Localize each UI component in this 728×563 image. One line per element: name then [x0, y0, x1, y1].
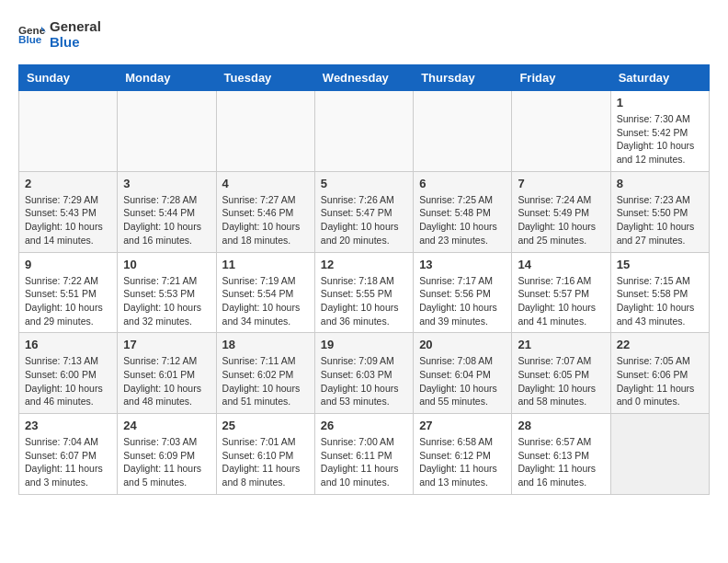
day-number: 24 — [123, 419, 210, 432]
day-number: 6 — [419, 177, 506, 190]
calendar-cell — [512, 91, 610, 172]
calendar-cell — [216, 91, 314, 172]
day-info: Sunrise: 6:57 AM Sunset: 6:13 PM Dayligh… — [518, 435, 604, 489]
day-number: 26 — [321, 419, 407, 432]
day-number: 4 — [222, 177, 309, 190]
day-info: Sunrise: 7:09 AM Sunset: 6:03 PM Dayligh… — [321, 354, 407, 408]
day-number: 28 — [518, 419, 604, 432]
day-number: 18 — [222, 338, 309, 351]
calendar-cell: 15Sunrise: 7:15 AM Sunset: 5:58 PM Dayli… — [610, 252, 709, 333]
day-number: 19 — [321, 338, 407, 351]
day-info: Sunrise: 7:21 AM Sunset: 5:53 PM Dayligh… — [123, 274, 210, 328]
calendar-cell: 13Sunrise: 7:17 AM Sunset: 5:56 PM Dayli… — [414, 252, 512, 333]
calendar-cell — [19, 91, 118, 172]
day-number: 23 — [25, 419, 111, 432]
day-info: Sunrise: 7:08 AM Sunset: 6:04 PM Dayligh… — [419, 354, 506, 408]
calendar-table: SundayMondayTuesdayWednesdayThursdayFrid… — [18, 64, 710, 495]
calendar-cell: 28Sunrise: 6:57 AM Sunset: 6:13 PM Dayli… — [512, 414, 610, 495]
day-number: 7 — [518, 177, 604, 190]
day-info: Sunrise: 7:19 AM Sunset: 5:54 PM Dayligh… — [222, 274, 309, 328]
day-info: Sunrise: 7:07 AM Sunset: 6:05 PM Dayligh… — [518, 354, 604, 408]
weekday-header-wednesday: Wednesday — [314, 65, 413, 91]
calendar-cell — [610, 414, 709, 495]
day-info: Sunrise: 7:25 AM Sunset: 5:48 PM Dayligh… — [419, 193, 506, 247]
calendar-cell: 27Sunrise: 6:58 AM Sunset: 6:12 PM Dayli… — [414, 414, 512, 495]
day-info: Sunrise: 7:11 AM Sunset: 6:02 PM Dayligh… — [222, 354, 309, 408]
day-info: Sunrise: 7:03 AM Sunset: 6:09 PM Dayligh… — [123, 435, 210, 489]
calendar-cell: 24Sunrise: 7:03 AM Sunset: 6:09 PM Dayli… — [118, 414, 216, 495]
day-info: Sunrise: 7:30 AM Sunset: 5:42 PM Dayligh… — [617, 112, 703, 167]
calendar-cell: 1Sunrise: 7:30 AM Sunset: 5:42 PM Daylig… — [610, 91, 709, 172]
day-number: 3 — [123, 177, 210, 190]
day-number: 2 — [25, 177, 111, 190]
calendar-cell: 25Sunrise: 7:01 AM Sunset: 6:10 PM Dayli… — [216, 414, 314, 495]
day-number: 17 — [123, 338, 210, 351]
day-number: 13 — [419, 258, 506, 271]
day-info: Sunrise: 7:01 AM Sunset: 6:10 PM Dayligh… — [222, 435, 309, 489]
day-number: 14 — [518, 258, 604, 271]
calendar-cell — [118, 91, 216, 172]
day-info: Sunrise: 7:00 AM Sunset: 6:11 PM Dayligh… — [321, 435, 407, 489]
day-info: Sunrise: 7:27 AM Sunset: 5:46 PM Dayligh… — [222, 193, 309, 247]
calendar-cell: 19Sunrise: 7:09 AM Sunset: 6:03 PM Dayli… — [314, 333, 413, 414]
calendar-cell: 22Sunrise: 7:05 AM Sunset: 6:06 PM Dayli… — [610, 333, 709, 414]
calendar-cell: 23Sunrise: 7:04 AM Sunset: 6:07 PM Dayli… — [19, 414, 118, 495]
day-info: Sunrise: 7:12 AM Sunset: 6:01 PM Dayligh… — [123, 354, 210, 408]
calendar-cell: 26Sunrise: 7:00 AM Sunset: 6:11 PM Dayli… — [314, 414, 413, 495]
weekday-header-sunday: Sunday — [19, 65, 118, 91]
day-info: Sunrise: 7:22 AM Sunset: 5:51 PM Dayligh… — [25, 274, 111, 328]
day-number: 9 — [25, 258, 111, 271]
calendar-header-row: SundayMondayTuesdayWednesdayThursdayFrid… — [19, 65, 710, 91]
day-number: 21 — [518, 338, 604, 351]
day-info: Sunrise: 7:23 AM Sunset: 5:50 PM Dayligh… — [617, 193, 703, 247]
day-info: Sunrise: 7:17 AM Sunset: 5:56 PM Dayligh… — [419, 274, 506, 328]
day-number: 10 — [123, 258, 210, 271]
weekday-header-tuesday: Tuesday — [216, 65, 314, 91]
weekday-header-thursday: Thursday — [414, 65, 512, 91]
calendar-cell: 3Sunrise: 7:28 AM Sunset: 5:44 PM Daylig… — [118, 171, 216, 252]
calendar-cell: 8Sunrise: 7:23 AM Sunset: 5:50 PM Daylig… — [610, 171, 709, 252]
calendar-week-row: 16Sunrise: 7:13 AM Sunset: 6:00 PM Dayli… — [19, 333, 710, 414]
calendar-week-row: 1Sunrise: 7:30 AM Sunset: 5:42 PM Daylig… — [19, 91, 710, 172]
calendar-cell: 6Sunrise: 7:25 AM Sunset: 5:48 PM Daylig… — [414, 171, 512, 252]
day-number: 25 — [222, 419, 309, 432]
calendar-cell: 18Sunrise: 7:11 AM Sunset: 6:02 PM Dayli… — [216, 333, 314, 414]
calendar-cell: 16Sunrise: 7:13 AM Sunset: 6:00 PM Dayli… — [19, 333, 118, 414]
page-header: General Blue General Blue — [18, 18, 710, 50]
logo: General Blue General Blue — [18, 18, 101, 50]
day-number: 5 — [321, 177, 407, 190]
day-info: Sunrise: 7:15 AM Sunset: 5:58 PM Dayligh… — [617, 274, 703, 328]
calendar-cell: 4Sunrise: 7:27 AM Sunset: 5:46 PM Daylig… — [216, 171, 314, 252]
day-info: Sunrise: 7:28 AM Sunset: 5:44 PM Dayligh… — [123, 193, 210, 247]
logo-line2: Blue — [50, 34, 101, 50]
calendar-cell: 9Sunrise: 7:22 AM Sunset: 5:51 PM Daylig… — [19, 252, 118, 333]
calendar-cell: 17Sunrise: 7:12 AM Sunset: 6:01 PM Dayli… — [118, 333, 216, 414]
calendar-cell: 5Sunrise: 7:26 AM Sunset: 5:47 PM Daylig… — [314, 171, 413, 252]
calendar-cell: 11Sunrise: 7:19 AM Sunset: 5:54 PM Dayli… — [216, 252, 314, 333]
weekday-header-saturday: Saturday — [610, 65, 709, 91]
day-number: 15 — [617, 258, 703, 271]
day-number: 20 — [419, 338, 506, 351]
day-number: 16 — [25, 338, 111, 351]
day-info: Sunrise: 7:13 AM Sunset: 6:00 PM Dayligh… — [25, 354, 111, 408]
day-number: 1 — [617, 96, 703, 109]
calendar-cell: 2Sunrise: 7:29 AM Sunset: 5:43 PM Daylig… — [19, 171, 118, 252]
calendar-week-row: 23Sunrise: 7:04 AM Sunset: 6:07 PM Dayli… — [19, 414, 710, 495]
day-number: 11 — [222, 258, 309, 271]
calendar-week-row: 9Sunrise: 7:22 AM Sunset: 5:51 PM Daylig… — [19, 252, 710, 333]
calendar-cell: 12Sunrise: 7:18 AM Sunset: 5:55 PM Dayli… — [314, 252, 413, 333]
logo-line1: General — [50, 18, 101, 34]
weekday-header-friday: Friday — [512, 65, 610, 91]
calendar-cell: 20Sunrise: 7:08 AM Sunset: 6:04 PM Dayli… — [414, 333, 512, 414]
day-number: 8 — [617, 177, 703, 190]
svg-text:Blue: Blue — [18, 33, 42, 45]
day-number: 22 — [617, 338, 703, 351]
calendar-cell: 10Sunrise: 7:21 AM Sunset: 5:53 PM Dayli… — [118, 252, 216, 333]
day-info: Sunrise: 7:26 AM Sunset: 5:47 PM Dayligh… — [321, 193, 407, 247]
day-info: Sunrise: 7:24 AM Sunset: 5:49 PM Dayligh… — [518, 193, 604, 247]
day-info: Sunrise: 7:04 AM Sunset: 6:07 PM Dayligh… — [25, 435, 111, 489]
calendar-cell: 14Sunrise: 7:16 AM Sunset: 5:57 PM Dayli… — [512, 252, 610, 333]
day-number: 27 — [419, 419, 506, 432]
calendar-cell: 7Sunrise: 7:24 AM Sunset: 5:49 PM Daylig… — [512, 171, 610, 252]
day-info: Sunrise: 7:18 AM Sunset: 5:55 PM Dayligh… — [321, 274, 407, 328]
